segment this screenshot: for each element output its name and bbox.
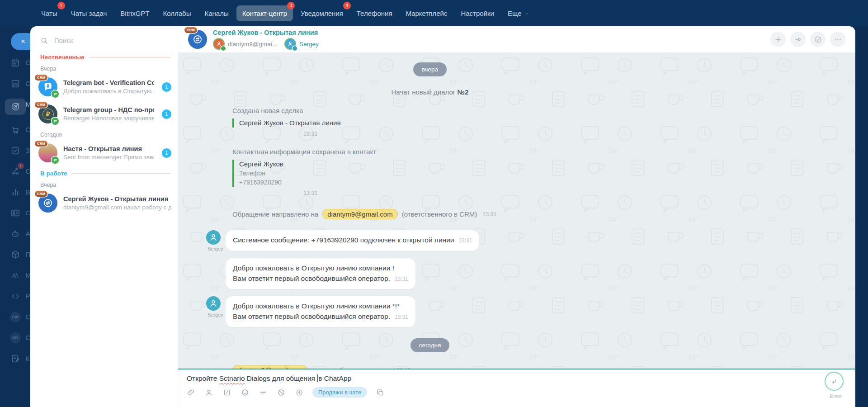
- nav-item-2[interactable]: BitrixGPT: [114, 5, 155, 21]
- rail-item-scribble-icon[interactable]: М: [5, 270, 26, 281]
- crm-badge: CRM: [35, 141, 47, 147]
- check-circle-icon: [814, 35, 822, 44]
- nav-item-0[interactable]: Чаты1: [35, 5, 63, 21]
- rail-item-tasks-icon[interactable]: З: [5, 145, 26, 156]
- message-area: 24° вчераНачат новый диалог №2Создана но…: [178, 52, 855, 369]
- nav-item-3[interactable]: Коллабы: [157, 5, 197, 21]
- nav-item-10[interactable]: Еще: [502, 5, 535, 21]
- participant-chip[interactable]: Sergey: [284, 38, 319, 50]
- rail-item-planner-icon[interactable]: О: [5, 57, 26, 69]
- chat-list-item[interactable]: CRM Сергей Жуков - Открытая линия dianty…: [30, 189, 178, 217]
- send-hint: Enter: [830, 393, 842, 399]
- chat-list-item[interactable]: CRM⇄ Telegram bot - Verification Codes -…: [30, 73, 178, 100]
- rail-item-cube-icon[interactable]: П: [5, 249, 26, 260]
- complete-button[interactable]: [810, 32, 826, 47]
- chat-last-message: Bentarget Налоговая закручивает гайк...: [63, 115, 154, 122]
- forward-button[interactable]: [790, 32, 806, 47]
- connector-badge-icon: ⇄: [52, 90, 59, 98]
- message-time: 13:31: [303, 190, 855, 196]
- email-chip[interactable]: diantym9@gmail.com: [232, 365, 307, 369]
- message-time: 13:31: [395, 276, 408, 282]
- nav-item-1[interactable]: Чаты задач: [65, 5, 113, 21]
- section-header: Неотвеченные: [30, 50, 178, 62]
- rail-item-idcard-icon[interactable]: С: [5, 207, 26, 219]
- chat-list-item[interactable]: ₽CRM⇄ Telegram group - НДС по-простом...…: [30, 100, 178, 128]
- chat-title: Сергей Жуков - Открытая линия: [63, 195, 171, 203]
- chat-list: НеотвеченныеВчераCRM⇄ Telegram bot - Ver…: [30, 50, 178, 217]
- rail-item-cd-icon[interactable]: CDС: [5, 332, 26, 344]
- unread-badge: 1: [162, 109, 171, 119]
- rail-item-cart-icon[interactable]: С: [5, 124, 26, 136]
- crm-badge: CRM: [35, 191, 47, 197]
- quote-icon[interactable]: [223, 388, 231, 397]
- nav-item-5[interactable]: Контакт-центр3: [236, 5, 293, 21]
- rail-item-chart-icon[interactable]: В: [5, 186, 26, 198]
- message-time: 09:43: [396, 367, 410, 369]
- rail-item-doc-icon[interactable]: К: [5, 353, 26, 364]
- rail-item-code-icon[interactable]: Р: [5, 290, 26, 302]
- message-time: 13:31: [458, 237, 472, 244]
- rail-item-cw-icon[interactable]: CWС: [5, 311, 26, 323]
- attach-icon[interactable]: [187, 388, 195, 397]
- conversation-avatar[interactable]: CRM: [188, 30, 207, 49]
- participant-chip[interactable]: diantym9@gmai...: [213, 38, 277, 50]
- date-group-label: Вчера: [30, 178, 178, 189]
- crm-badge: CRM: [184, 27, 197, 33]
- nav-item-6[interactable]: Уведомления4: [295, 5, 349, 21]
- message-time: 13:31: [395, 314, 408, 320]
- date-divider: вчера: [178, 62, 682, 76]
- nav-item-4[interactable]: Каналы: [198, 5, 234, 21]
- event-quote: Сергей Жуков - Открытая линия: [232, 118, 855, 128]
- copy-icon[interactable]: [376, 388, 384, 397]
- chat-last-message: Sent from messenger Прямо звезда ст...: [63, 154, 154, 161]
- left-rail-menu: ОСМСЗ1СВСАПМРCWСCDСК: [0, 57, 30, 364]
- more-button[interactable]: [830, 32, 845, 47]
- sender-avatar[interactable]: [206, 296, 221, 311]
- message-row: SergeyДобро пожаловать в Открытую линию …: [206, 296, 855, 327]
- notification-badge: 3: [287, 2, 295, 9]
- rail-item-target-icon[interactable]: М: [5, 99, 26, 115]
- nav-item-8[interactable]: Маркетплейс: [400, 5, 453, 21]
- sales-in-chat-chip[interactable]: Продажи в чате: [312, 387, 367, 398]
- message-bubble[interactable]: Добро пожаловать в Открытую линию компан…: [226, 296, 415, 327]
- sender-avatar[interactable]: [206, 230, 221, 245]
- message-bubble[interactable]: Добро пожаловать в Открытую линию компан…: [226, 258, 415, 289]
- chat-list-item[interactable]: CRM⇄ Настя - Открытая линия Sent from me…: [30, 139, 178, 166]
- date-group-label: Вчера: [30, 62, 178, 73]
- rail-item-robot-icon[interactable]: А: [5, 228, 26, 240]
- dots-icon: [834, 35, 842, 44]
- crm-event: Создана новая сделка Сергей Жуков - Откр…: [232, 107, 855, 137]
- search-box[interactable]: [30, 26, 178, 50]
- date-group-label: Сегодня: [30, 128, 178, 139]
- unread-badge: 1: [162, 148, 171, 158]
- canned-replies-icon[interactable]: [259, 388, 267, 397]
- message-time: 13:31: [482, 211, 496, 218]
- contact-icon[interactable]: [205, 388, 213, 397]
- plus-icon: [774, 35, 783, 44]
- add-button[interactable]: [770, 32, 786, 47]
- rail-badge: 1: [18, 163, 24, 169]
- header-actions: [770, 32, 845, 47]
- rail-item-network-icon[interactable]: 1С: [5, 166, 26, 177]
- workspace: × ОСМСЗ1СВСАПМРCWСCDСК НеотвеченныеВчера…: [0, 26, 868, 407]
- person-icon: [209, 299, 218, 308]
- event-quote: Сергей ЖуковТелефон+79163920290: [232, 160, 855, 187]
- nav-item-7[interactable]: Телефония: [351, 5, 398, 21]
- chevron-down-icon: [525, 9, 529, 14]
- nav-item-9[interactable]: Настройки: [455, 5, 500, 21]
- email-chip[interactable]: diantym9@gmail.com: [322, 209, 397, 219]
- emoji-icon[interactable]: [241, 388, 249, 397]
- message-input[interactable]: Откройте Sctnario Dialogs для общения в …: [187, 374, 855, 383]
- quick-commands-icon[interactable]: [295, 388, 303, 397]
- search-input[interactable]: [53, 36, 155, 45]
- message-row: SergeyСистемное сообщение: +79163920290 …: [206, 230, 855, 251]
- chat-avatar-photo: CRM⇄: [38, 143, 57, 162]
- rail-item-storage-icon[interactable]: С: [5, 78, 26, 90]
- send-button[interactable]: [825, 372, 844, 391]
- restrict-icon[interactable]: [277, 388, 285, 397]
- sender-name: Sergey: [208, 312, 223, 317]
- message-bubble[interactable]: Системное сообщение: +79163920290 подклю…: [226, 230, 479, 251]
- status-dot: [221, 46, 226, 51]
- bitrix24-window: Чаты1Чаты задачBitrixGPTКоллабыКаналыКон…: [0, 0, 868, 407]
- chat-list-panel: НеотвеченныеВчераCRM⇄ Telegram bot - Ver…: [30, 26, 178, 407]
